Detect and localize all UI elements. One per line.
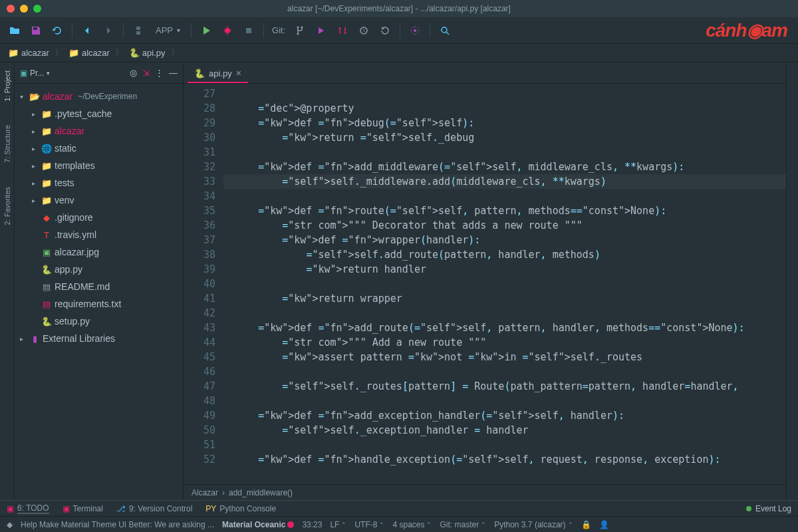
tree-root[interactable]: ▾ 📂 alcazar ~/DevExperimen (15, 88, 183, 105)
tree-item[interactable]: 🐍app.py (15, 261, 183, 278)
tree-item[interactable]: ▤requirements.txt (15, 295, 183, 313)
editor-tab-bar: 🐍 api.py × (184, 63, 786, 84)
git-revert-icon[interactable] (376, 21, 394, 40)
close-window-button[interactable] (7, 5, 15, 13)
project-tree: ▾ 📂 alcazar ~/DevExperimen ▸📁.pytest_cac… (15, 84, 183, 500)
svg-point-4 (297, 33, 299, 35)
theme-indicator[interactable]: Material Oceanic (222, 520, 294, 529)
more-icon[interactable]: ⋮ (155, 68, 164, 78)
tree-item[interactable]: ▸📁tests (15, 174, 183, 192)
project-tool-tab[interactable]: 1: Project (2, 68, 13, 104)
tree-item[interactable]: 🐍setup.py (15, 313, 183, 330)
close-icon[interactable]: × (236, 68, 241, 78)
line-ending-selector[interactable]: LF ⌃ (330, 520, 346, 529)
editor-area: 🐍 api.py × 27282930313233343536373839404… (184, 63, 786, 500)
chevron-right-icon: 〉 (171, 47, 180, 59)
svg-point-1 (225, 28, 230, 33)
code-editor[interactable]: 2728293031323334353637383940414243444546… (184, 84, 786, 484)
minimize-icon[interactable]: — (169, 68, 178, 78)
git-branch-icon[interactable] (291, 21, 309, 40)
line-number-gutter: 2728293031323334353637383940414243444546… (184, 84, 223, 484)
back-icon[interactable] (78, 21, 96, 40)
indent-selector[interactable]: 4 spaces ⌃ (392, 520, 432, 529)
editor-tab[interactable]: 🐍 api.py × (188, 65, 248, 83)
breadcrumb: 📁alcazar 〉 📁alcazar 〉 🐍api.py 〉 (0, 44, 798, 63)
interpreter-selector[interactable]: Python 3.7 (alcazar) ⌃ (494, 520, 573, 529)
svg-point-8 (442, 27, 447, 33)
settings-icon[interactable] (406, 21, 424, 40)
cursor-position[interactable]: 33:23 (302, 520, 322, 529)
svg-rect-0 (33, 27, 37, 30)
event-log-button[interactable]: Event Log (746, 504, 791, 513)
run-config-label: APP (156, 25, 173, 35)
svg-point-5 (301, 26, 303, 28)
breadcrumb-item[interactable]: 📁alcazar (68, 48, 110, 58)
git-commit-icon[interactable] (312, 21, 331, 40)
tree-item[interactable]: ▸📁alcazar (15, 122, 183, 140)
tree-item[interactable]: ▸🌐static (15, 140, 183, 157)
chevron-down-icon: ▾ (177, 27, 180, 34)
forward-icon[interactable] (99, 21, 118, 40)
refresh-icon[interactable] (48, 21, 66, 40)
breadcrumb-item[interactable]: 📁alcazar (8, 48, 49, 58)
run-icon[interactable] (197, 21, 215, 40)
logo: cánh◉am (706, 19, 787, 41)
git-history-icon[interactable] (354, 21, 373, 40)
debug-icon[interactable] (218, 21, 237, 40)
save-icon[interactable] (27, 21, 45, 40)
lock-icon[interactable]: 🔒 (581, 520, 591, 529)
inspector-icon[interactable]: 👤 (599, 520, 609, 529)
todo-tab[interactable]: ▣6: TODO (7, 503, 49, 514)
statusbar: ◆ Help Make Material Theme UI Better: We… (0, 516, 798, 532)
git-label: Git: (272, 25, 285, 35)
python-icon: 🐍 (194, 68, 205, 78)
python-icon[interactable] (129, 21, 148, 40)
maximize-window-button[interactable] (33, 5, 41, 13)
git-branch-indicator[interactable]: Git: master ⌃ (440, 520, 486, 529)
project-sidebar: ▣ Pr... ▾ ◎ ⇲ ⋮ — ▾ 📂 alcazar ~/DevExper… (15, 63, 184, 500)
run-config-selector[interactable]: APP ▾ (150, 24, 186, 37)
stop-icon[interactable] (239, 21, 258, 40)
tree-item[interactable]: T.travis.yml (15, 226, 183, 243)
tree-item[interactable]: ▸📁.pytest_cache (15, 105, 183, 122)
tree-item[interactable]: ◆.gitignore (15, 209, 183, 226)
tree-item[interactable]: ▣alcazar.jpg (15, 243, 183, 261)
tree-item[interactable]: ▸📁venv (15, 192, 183, 209)
right-gutter (786, 63, 798, 500)
svg-point-7 (414, 29, 416, 32)
tree-item[interactable]: ▤README.md (15, 278, 183, 295)
favorites-tool-tab[interactable]: 2: Favorites (2, 184, 13, 227)
titlebar: alcazar [~/DevExperiments/alcazar] - ...… (0, 0, 798, 17)
terminal-tab[interactable]: ▣Terminal (63, 504, 103, 513)
version-control-tab[interactable]: ⎇9: Version Control (116, 504, 192, 513)
collapse-icon[interactable]: ⇲ (142, 68, 150, 78)
chevron-right-icon: 〉 (115, 47, 124, 59)
python-console-tab[interactable]: PYPython Console (205, 504, 276, 513)
window-title: alcazar [~/DevExperiments/alcazar] - ...… (287, 4, 511, 13)
search-icon[interactable] (436, 21, 454, 40)
target-icon[interactable]: ◎ (130, 68, 137, 78)
open-icon[interactable] (5, 21, 24, 40)
minimize-window-button[interactable] (20, 5, 28, 13)
left-tool-gutter: 1: Project 7: Structure 2: Favorites (0, 63, 15, 500)
structure-tool-tab[interactable]: 7: Structure (2, 122, 13, 166)
bottom-tool-tabs: ▣6: TODO ▣Terminal ⎇9: Version Control P… (0, 500, 798, 516)
tab-label: api.py (209, 68, 232, 78)
encoding-selector[interactable]: UTF-8 ⌃ (354, 520, 384, 529)
editor-breadcrumb: Alcazar › add_middleware() (184, 484, 786, 500)
project-view-selector[interactable]: ▣ Pr... ▾ (20, 68, 50, 78)
svg-rect-2 (246, 28, 251, 33)
tree-item[interactable]: ▸📁templates (15, 157, 183, 174)
tree-external-libs[interactable]: ▸ ▮ External Libraries (15, 330, 183, 347)
breadcrumb-item[interactable]: 🐍api.py (129, 48, 166, 58)
status-message: Help Make Material Theme UI Better: We a… (21, 520, 214, 529)
chevron-right-icon: 〉 (55, 47, 63, 59)
svg-point-3 (297, 26, 299, 28)
git-compare-icon[interactable] (333, 21, 352, 40)
tips-icon[interactable]: ◆ (7, 520, 13, 529)
main-toolbar: APP ▾ Git: cánh◉am (0, 17, 798, 44)
